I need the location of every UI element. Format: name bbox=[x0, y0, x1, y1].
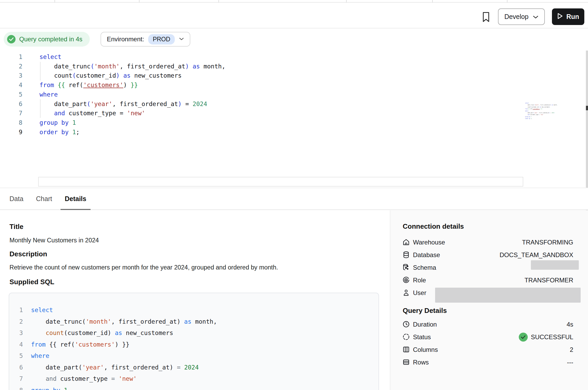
columns-icon bbox=[402, 346, 410, 353]
duration-label: Duration bbox=[413, 320, 437, 329]
line-number: 5 bbox=[13, 350, 23, 362]
line-number: 4 bbox=[11, 80, 22, 90]
code-text: count(customer_id) as new_customers bbox=[39, 71, 182, 80]
bookmark-button[interactable] bbox=[481, 11, 491, 24]
status-value-text: SUCCESSFUL bbox=[531, 332, 573, 342]
code-line: 4from {{ ref('customers') }} bbox=[9, 339, 378, 350]
line-number: 6 bbox=[11, 99, 22, 109]
user-label: User bbox=[413, 288, 426, 298]
code-line: 3 count(customer_id) as new_customers bbox=[0, 71, 588, 80]
chevron-down-icon bbox=[179, 37, 184, 42]
results-tab-bar: DataChartDetails bbox=[0, 188, 588, 210]
code-text: select bbox=[31, 304, 53, 316]
database-value: DOCS_TEAM_SANDBOX bbox=[500, 250, 573, 260]
query-status-badge: Query completed in 4s bbox=[4, 32, 90, 47]
environment-value-pill: PROD bbox=[148, 34, 175, 44]
line-number: 3 bbox=[13, 327, 23, 339]
supplied-sql-code-block: 1select2 date_trunc('month', first_order… bbox=[9, 293, 379, 390]
line-number: 6 bbox=[13, 362, 23, 373]
code-text: from {{ ref('customers') }} bbox=[39, 80, 138, 90]
tab-data[interactable]: Data bbox=[9, 188, 23, 209]
description-heading: Description bbox=[9, 250, 47, 258]
code-text: date_part('year', first_ordered_at) = 20… bbox=[31, 362, 199, 373]
environment-label: Environment: bbox=[107, 36, 144, 43]
status-value: SUCCESSFUL bbox=[519, 332, 573, 342]
line-number: 1 bbox=[13, 304, 23, 316]
code-text: group by 1 bbox=[39, 118, 76, 127]
code-line: 5where bbox=[0, 90, 588, 99]
rows-row: Rows--- bbox=[390, 358, 588, 368]
code-line: 4from {{ ref('customers') }} bbox=[0, 80, 588, 90]
develop-mode-button[interactable]: Develop bbox=[498, 8, 545, 25]
code-line: 7 and customer_type = 'new' bbox=[0, 108, 588, 118]
duration-row: Duration4s bbox=[390, 320, 588, 330]
schema-label: Schema bbox=[413, 263, 436, 272]
schema-redacted-value bbox=[531, 260, 579, 270]
environment-selector[interactable]: Environment: PROD bbox=[101, 32, 190, 47]
tab-chart[interactable]: Chart bbox=[36, 188, 52, 209]
code-text: and customer_type = 'new' bbox=[39, 108, 145, 118]
code-line: 6 date_part('year', first_ordered_at) = … bbox=[9, 362, 378, 373]
line-number: 3 bbox=[11, 71, 22, 80]
title-heading: Title bbox=[9, 223, 23, 231]
active-line-highlight bbox=[38, 177, 523, 187]
duration-value: 4s bbox=[567, 320, 573, 329]
code-text: where bbox=[31, 350, 49, 362]
database-value-text: DOCS_TEAM_SANDBOX bbox=[500, 250, 573, 260]
develop-button-label: Develop bbox=[504, 13, 529, 21]
database-row: DatabaseDOCS_TEAM_SANDBOX bbox=[390, 250, 588, 260]
code-text: select bbox=[39, 52, 61, 62]
line-number: 7 bbox=[13, 373, 23, 384]
code-text: and customer_type = 'new' bbox=[31, 373, 137, 384]
rows-value-text: --- bbox=[567, 358, 573, 367]
chevron-down-icon bbox=[533, 13, 539, 21]
role-value-text: TRANSFORMER bbox=[525, 276, 573, 285]
line-number: 8 bbox=[13, 385, 23, 390]
bookmark-icon bbox=[482, 11, 490, 24]
tab-separator bbox=[218, 0, 219, 3]
code-line: 1select bbox=[0, 52, 588, 62]
success-check-icon bbox=[519, 333, 528, 342]
line-number: 4 bbox=[13, 339, 23, 350]
details-pane: Title Monthly New Customers in 2024 Desc… bbox=[0, 210, 390, 390]
code-line: 7 and customer_type = 'new' bbox=[9, 373, 378, 384]
status-label: Status bbox=[413, 332, 431, 342]
code-line: 5where bbox=[9, 350, 378, 362]
code-text: order by 1; bbox=[39, 127, 79, 137]
code-text: from {{ ref('customers') }} bbox=[31, 339, 129, 350]
sql-editor[interactable]: select date_trunc('month', first_ordered… bbox=[0, 49, 588, 186]
code-text: date_trunc('month', first_ordered_at) as… bbox=[39, 62, 225, 71]
line-number: 5 bbox=[11, 90, 22, 99]
code-line: 1select bbox=[9, 304, 378, 316]
code-line: 8group by 1 bbox=[0, 118, 588, 127]
clock-icon bbox=[402, 320, 410, 328]
tab-separator bbox=[432, 0, 433, 3]
code-text: date_part('year', first_ordered_at) = 20… bbox=[39, 99, 207, 109]
rows-label: Rows bbox=[413, 358, 429, 367]
rows-icon bbox=[402, 358, 410, 366]
code-line: 2 date_trunc('month', first_ordered_at) … bbox=[0, 62, 588, 71]
code-line: 2 date_trunc('month', first_ordered_at) … bbox=[9, 316, 378, 327]
check-circle-icon bbox=[7, 35, 16, 43]
line-number: 2 bbox=[13, 316, 23, 327]
warehouse-icon bbox=[402, 238, 410, 246]
warehouse-value-text: TRANSFORMING bbox=[522, 238, 573, 247]
role-label: Role bbox=[413, 276, 426, 285]
supplied-sql-heading: Supplied SQL bbox=[9, 278, 54, 286]
run-button-label: Run bbox=[566, 13, 579, 21]
duration-value-text: 4s bbox=[567, 320, 573, 329]
warehouse-value: TRANSFORMING bbox=[522, 238, 573, 247]
line-number: 8 bbox=[11, 118, 22, 127]
scrollbar-thumb[interactable] bbox=[586, 106, 588, 110]
tab-separator bbox=[54, 0, 55, 3]
warehouse-label: Warehouse bbox=[413, 238, 445, 247]
role-icon bbox=[402, 276, 410, 284]
tab-details[interactable]: Details bbox=[65, 188, 86, 209]
rows-value: --- bbox=[567, 358, 573, 367]
description-value: Retrieve the count of new customers per … bbox=[9, 264, 278, 271]
columns-label: Columns bbox=[413, 345, 438, 354]
tab-separator bbox=[507, 0, 507, 3]
tab-separator bbox=[346, 0, 347, 3]
browser-tab-strip bbox=[0, 0, 588, 3]
run-button[interactable]: Run bbox=[552, 8, 584, 25]
